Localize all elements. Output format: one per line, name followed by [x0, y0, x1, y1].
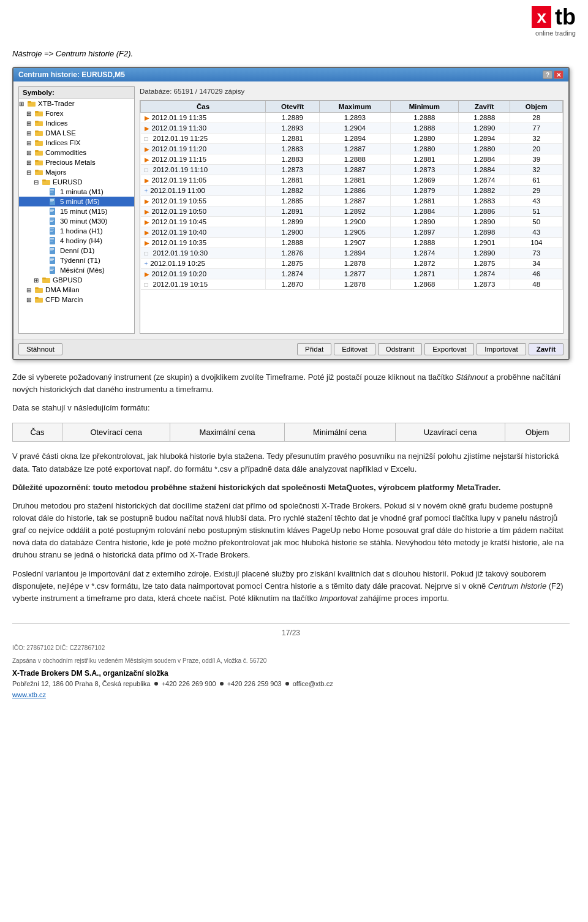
- tree-item[interactable]: 4 hodiny (H4): [19, 236, 134, 246]
- tree-item[interactable]: ⊞CFD Marcin: [19, 295, 134, 304]
- tree-item[interactable]: ⊞XTB-Trader: [19, 99, 134, 108]
- table-row[interactable]: ▶2012.01.19 11:051.28811.28811.28691.287…: [141, 175, 563, 186]
- cell-open: 1.2875: [266, 259, 320, 269]
- body-para6: Poslední variantou je importování dat z …: [12, 568, 570, 605]
- table-row[interactable]: ▶2012.01.19 10:351.28881.29071.28881.290…: [141, 238, 563, 248]
- cell-min: 1.2880: [390, 144, 458, 154]
- cell-min: 1.2884: [390, 206, 458, 217]
- tree-item[interactable]: ⊞Indices: [19, 118, 134, 128]
- cell-min: 1.2872: [390, 259, 458, 269]
- cell-min: 1.2880: [390, 134, 458, 144]
- cell-min: 1.2888: [390, 113, 458, 123]
- zavrit-button[interactable]: Zavřít: [529, 343, 564, 355]
- cell-max: 1.2907: [320, 238, 391, 248]
- tree-item[interactable]: ⊞Forex: [19, 108, 134, 118]
- cell-vol: 29: [510, 186, 563, 196]
- cell-open: 1.2874: [266, 269, 320, 279]
- table-row[interactable]: +2012.01.19 10:251.28751.28781.28721.287…: [141, 259, 563, 269]
- tree-item[interactable]: 5 minut (M5): [19, 197, 134, 206]
- svg-rect-48: [50, 259, 54, 260]
- tree-item[interactable]: ⊞Commodities: [19, 148, 134, 157]
- svg-rect-35: [50, 229, 54, 229]
- tree-item[interactable]: ⊞DMA LSE: [19, 128, 134, 138]
- table-row[interactable]: ▶2012.01.19 11:351.28891.28931.28881.288…: [141, 113, 563, 123]
- cell-close: 1.2890: [459, 217, 510, 227]
- tree-item[interactable]: 15 minut (M15): [19, 206, 134, 216]
- cell-min: 1.2888: [390, 123, 458, 134]
- body-para5: Druhou metodou pro stažení historických …: [12, 500, 570, 562]
- logo-tb: tb: [555, 6, 576, 28]
- table-row[interactable]: □2012.01.19 11:101.28731.28871.28731.288…: [141, 165, 563, 175]
- dialog-body: Symboly: ⊞XTB-Trader⊞Forex⊞Indices⊞DMA L…: [13, 81, 568, 339]
- cell-open: 1.2883: [266, 144, 320, 154]
- tree-item[interactable]: ⊟EURUSD: [19, 177, 134, 187]
- db-info: Databáze: 65191 / 147029 zápisy: [140, 86, 564, 96]
- cell-vol: 104: [510, 238, 563, 248]
- tree-item-label: 5 minut (M5): [60, 198, 100, 205]
- tree-item[interactable]: ⊞GBPUSD: [19, 275, 134, 285]
- help-button[interactable]: ?: [543, 70, 552, 79]
- format-column: Minimální cena: [284, 423, 395, 442]
- tree-item[interactable]: ⊞DMA Milan: [19, 285, 134, 295]
- tree-item[interactable]: 1 minuta (M1): [19, 187, 134, 197]
- table-row[interactable]: □2012.01.19 10:151.28701.28781.28681.287…: [141, 279, 563, 290]
- tree-item[interactable]: ⊞Precious Metals: [19, 157, 134, 167]
- cell-vol: 43: [510, 227, 563, 238]
- editovat-button[interactable]: Editovat: [334, 343, 375, 355]
- logo-subtitle: online trading: [532, 29, 576, 37]
- odstranit-button[interactable]: Odstranit: [378, 343, 423, 355]
- tree-item-label: Denní (D1): [60, 247, 94, 254]
- table-row[interactable]: ▶2012.01.19 10:501.28911.28921.28841.288…: [141, 206, 563, 217]
- svg-rect-53: [50, 270, 53, 271]
- tree-item[interactable]: 30 minut (M30): [19, 216, 134, 226]
- tree-item-label: Týdenní (T1): [60, 257, 100, 264]
- data-table-wrap[interactable]: ČasOtevřítMaximumMinimumZavřítObjem ▶201…: [140, 100, 564, 334]
- table-row[interactable]: □2012.01.19 10:301.28761.28941.28741.289…: [141, 248, 563, 259]
- table-row[interactable]: ▶2012.01.19 10:551.28851.28871.28811.288…: [141, 196, 563, 206]
- close-window-button[interactable]: ✕: [554, 70, 564, 79]
- table-row[interactable]: ▶2012.01.19 11:151.28831.28881.28811.288…: [141, 154, 563, 165]
- tree-item[interactable]: Týdenní (T1): [19, 255, 134, 265]
- svg-rect-37: [50, 231, 53, 232]
- footer-website[interactable]: www.xtb.cz: [12, 691, 46, 698]
- table-row[interactable]: ▶2012.01.19 10:401.29001.29051.28971.289…: [141, 227, 563, 238]
- table-row[interactable]: ▶2012.01.19 10:201.28741.28771.28711.287…: [141, 269, 563, 279]
- cell-vol: 32: [510, 165, 563, 175]
- tree-item[interactable]: ⊟Majors: [19, 167, 134, 177]
- format-table-header-row: ČasOtevírací cenaMaximální cenaMinimální…: [13, 423, 570, 442]
- dot2: [220, 682, 224, 686]
- cell-max: 1.2904: [320, 123, 391, 134]
- cell-vol: 48: [510, 279, 563, 290]
- cell-max: 1.2888: [320, 154, 391, 165]
- tree-item-label: Forex: [45, 110, 63, 117]
- cell-close: 1.2901: [459, 238, 510, 248]
- tree-item[interactable]: 1 hodina (H1): [19, 226, 134, 236]
- tree-item[interactable]: Měsíční (Měs): [19, 265, 134, 275]
- pridat-button[interactable]: Přidat: [297, 343, 331, 355]
- tree-item[interactable]: Denní (D1): [19, 246, 134, 255]
- tree-item-label: 1 hodina (H1): [60, 227, 103, 235]
- table-row[interactable]: ▶2012.01.19 11:301.28931.29041.28881.289…: [141, 123, 563, 134]
- page-number: 17/23: [12, 629, 570, 637]
- tree-item-label: 30 minut (M30): [60, 217, 107, 225]
- table-row[interactable]: □2012.01.19 11:251.28811.28941.28801.289…: [141, 134, 563, 144]
- importovat-button[interactable]: Importovat: [477, 343, 526, 355]
- svg-rect-31: [50, 219, 54, 219]
- tree-item[interactable]: ⊞Indices FIX: [19, 138, 134, 148]
- table-row[interactable]: ▶2012.01.19 10:451.28991.29001.28901.289…: [141, 217, 563, 227]
- cell-open: 1.2873: [266, 165, 320, 175]
- svg-rect-28: [50, 210, 54, 211]
- cell-open: 1.2885: [266, 196, 320, 206]
- stahnout-button[interactable]: Stáhnout: [18, 343, 62, 355]
- table-row[interactable]: ▶2012.01.19 11:201.28831.28871.28801.288…: [141, 144, 563, 154]
- cell-close: 1.2894: [459, 134, 510, 144]
- exportovat-button[interactable]: Exportovat: [424, 343, 474, 355]
- cell-vol: 32: [510, 134, 563, 144]
- cell-vol: 73: [510, 248, 563, 259]
- tree-item-label: DMA Milan: [45, 286, 80, 293]
- cell-max: 1.2886: [320, 186, 391, 196]
- table-row[interactable]: +2012.01.19 11:001.28821.28861.28791.288…: [141, 186, 563, 196]
- svg-rect-32: [50, 220, 54, 221]
- cell-vol: 51: [510, 206, 563, 217]
- tree-item-label: XTB-Trader: [38, 100, 75, 107]
